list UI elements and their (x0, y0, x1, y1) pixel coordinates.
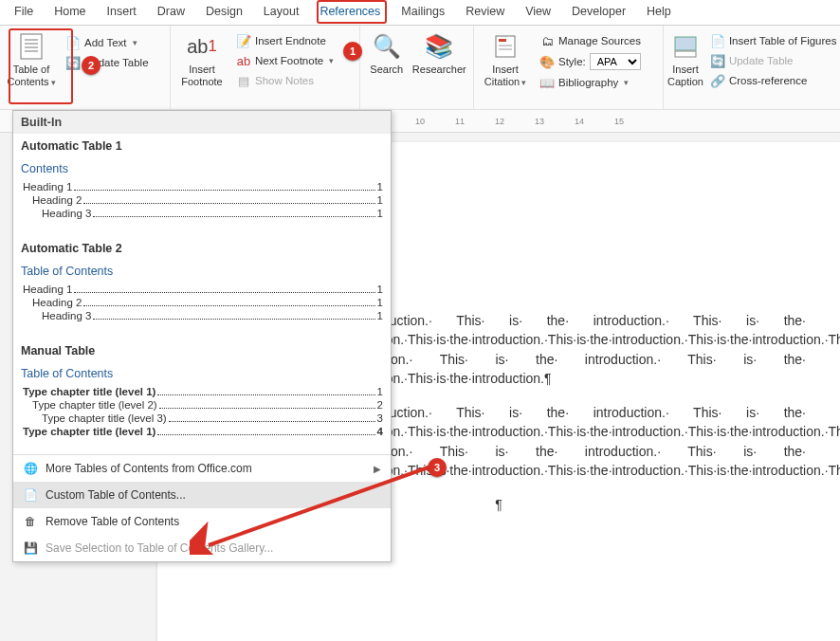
style-row: 🎨 Style: APA (537, 51, 644, 72)
svg-rect-9 (675, 37, 696, 50)
callout-3: 3 (428, 458, 447, 477)
tab-mailings[interactable]: Mailings (391, 0, 455, 25)
page-icon: 📄 (23, 488, 38, 502)
more-toc-office-item[interactable]: 🌐 More Tables of Contents from Office.co… (13, 455, 391, 482)
pilcrow-mark: ¶ (495, 497, 502, 512)
next-footnote-button[interactable]: ab Next Footnote▾ (233, 51, 337, 70)
svg-rect-10 (675, 51, 696, 57)
custom-toc-item[interactable]: 📄 Custom Table of Contents... (13, 482, 391, 508)
search-icon: 🔍 (372, 31, 402, 62)
style-select[interactable]: APA (590, 53, 641, 70)
tab-review[interactable]: Review (455, 0, 515, 25)
show-notes-button[interactable]: ▤ Show Notes (233, 71, 337, 90)
toc-menu: 🌐 More Tables of Contents from Office.co… (13, 454, 391, 561)
tab-view[interactable]: View (515, 0, 561, 25)
tab-references[interactable]: References (309, 0, 391, 25)
update-table-button[interactable]: 🔄 Update Table (63, 53, 152, 72)
insert-caption-button[interactable]: Insert Caption (667, 27, 703, 107)
researcher-button[interactable]: 📚 Researcher (410, 27, 469, 107)
chevron-right-icon: ▶ (374, 464, 381, 474)
remove-toc-item[interactable]: 🗑 Remove Table of Contents (13, 508, 391, 535)
toc-gallery-dropdown: Built-In Automatic Table 1 Contents Head… (12, 110, 392, 562)
callout-1: 1 (343, 42, 362, 61)
builtin-header: Built-In (13, 111, 391, 134)
next-footnote-icon: ab (236, 53, 251, 68)
researcher-icon: 📚 (424, 31, 454, 62)
toc-preview-manual[interactable]: Manual Table Table of Contents Type chap… (13, 339, 391, 454)
bibliography-button[interactable]: 📖 Bibliography▾ (537, 73, 644, 92)
citation-icon (490, 31, 520, 62)
tab-developer[interactable]: Developer (561, 0, 636, 25)
tab-help[interactable]: Help (636, 0, 682, 25)
tab-file[interactable]: File (4, 0, 44, 25)
cross-reference-button[interactable]: 🔗 Cross-reference (707, 71, 840, 90)
tab-insert[interactable]: Insert (97, 0, 147, 25)
add-text-button[interactable]: 📄 Add Text▾ (63, 33, 152, 52)
update-icon: 🔄 (65, 55, 81, 70)
toc-preview-auto1[interactable]: Automatic Table 1 Contents Heading 11 He… (13, 134, 391, 236)
remove-icon: 🗑 (23, 515, 38, 528)
manage-sources-icon: 🗂 (539, 33, 555, 48)
add-text-icon: 📄 (65, 35, 81, 50)
insert-citation-button[interactable]: Insert Citation▾ (478, 27, 533, 107)
save-gallery-icon: 💾 (23, 541, 38, 555)
show-notes-icon: ▤ (236, 73, 251, 88)
tab-layout[interactable]: Layout (253, 0, 310, 25)
caption-icon (670, 31, 701, 62)
tab-design[interactable]: Design (195, 0, 253, 25)
update-caption-table-button[interactable]: 🔄 Update Table (707, 51, 840, 70)
table-of-contents-button[interactable]: Table of Contents▾ (4, 27, 59, 107)
menubar: File Home Insert Draw Design Layout Refe… (0, 0, 840, 26)
ribbon: Table of Contents▾ 📄 Add Text▾ 🔄 Update … (0, 26, 840, 110)
endnote-icon: 📝 (236, 33, 251, 48)
toc-icon (16, 31, 46, 62)
save-selection-item[interactable]: 💾 Save Selection to Table of Contents Ga… (13, 535, 391, 561)
tab-draw[interactable]: Draw (147, 0, 195, 25)
citation-label: Insert Citation▾ (484, 64, 526, 88)
bibliography-icon: 📖 (539, 75, 555, 90)
callout-2: 2 (82, 56, 100, 75)
toc-preview-auto2[interactable]: Automatic Table 2 Table of Contents Head… (13, 236, 391, 339)
search-button[interactable]: 🔍 Search (364, 27, 410, 107)
caption-label: Insert Caption (667, 64, 703, 88)
insert-tof-button[interactable]: 📄 Insert Table of Figures (707, 31, 840, 50)
manage-sources-button[interactable]: 🗂 Manage Sources (537, 31, 644, 50)
update-caption-icon: 🔄 (710, 53, 725, 68)
tab-home[interactable]: Home (44, 0, 96, 25)
footnote-icon: ab1 (187, 31, 217, 62)
insert-endnote-button[interactable]: 📝 Insert Endnote (233, 31, 337, 50)
svg-rect-6 (499, 39, 506, 42)
footnote-label: Insert Footnote (181, 64, 222, 88)
style-icon: 🎨 (539, 54, 555, 69)
tof-icon: 📄 (710, 33, 725, 48)
insert-footnote-button[interactable]: ab1 Insert Footnote (174, 27, 229, 107)
globe-icon: 🌐 (23, 462, 38, 475)
svg-rect-0 (21, 34, 42, 59)
crossref-icon: 🔗 (710, 73, 725, 88)
toc-button-label: Table of Contents▾ (7, 64, 55, 88)
